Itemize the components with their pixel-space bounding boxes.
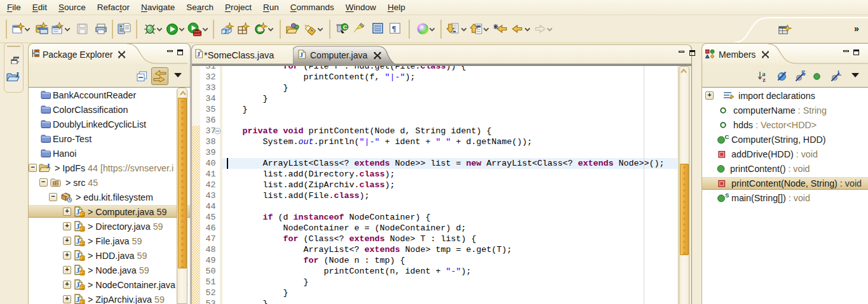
svg-text:C: C [725,134,729,140]
svg-text:¶: ¶ [392,23,397,33]
svg-text:J: J [224,27,227,35]
svg-text:z: z [763,76,766,83]
svg-text:J: J [197,50,201,58]
svg-text:J: J [15,71,19,79]
svg-text:J: J [300,51,304,58]
svg-text:C: C [343,23,348,30]
svg-text:S: S [725,192,729,199]
